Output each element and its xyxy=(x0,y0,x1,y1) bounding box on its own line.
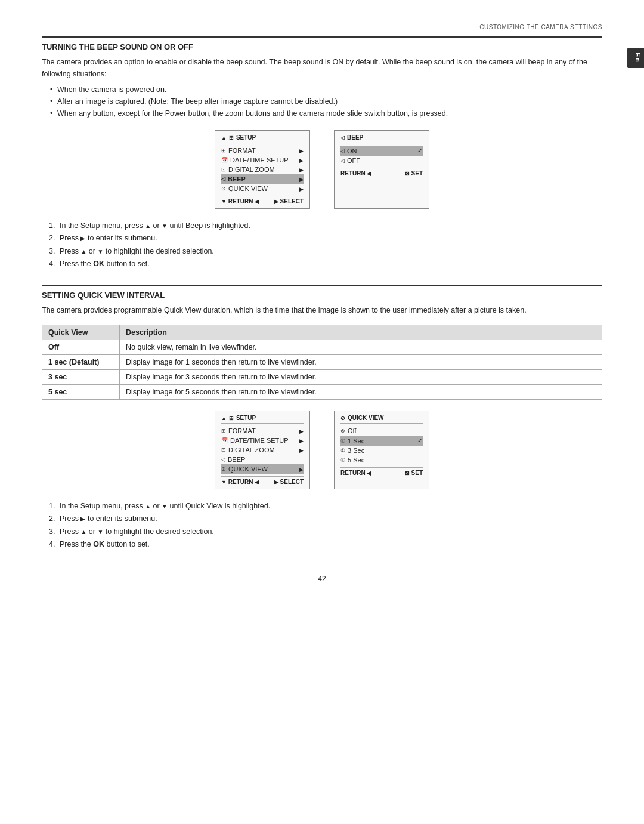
arrow-right-icon xyxy=(299,147,304,154)
qv-1sec-item: ① 1 Sec ✓ xyxy=(340,436,423,446)
left-arrow-icon xyxy=(367,170,371,177)
arrow-right-icon xyxy=(299,427,304,434)
qv-description: Display image for 3 seconds then return … xyxy=(120,370,602,385)
bullet-item: When the camera is powered on. xyxy=(51,84,602,95)
table-row: 5 sec Display image for 5 seconds then r… xyxy=(42,385,602,400)
step-item: Press the OK button to set. xyxy=(57,538,602,551)
quickview-menus: ▲ ⊞ SETUP ⊞ FORMAT 📅 DATE/TIME SETUP ⊡ D… xyxy=(42,411,602,489)
arrow-right-icon xyxy=(299,446,304,453)
beep-setup-menu: ▲ ⊞ SETUP ⊞ FORMAT 📅 DATE/TIME SETUP ⊡ D… xyxy=(215,130,310,209)
down-arrow-icon xyxy=(221,198,227,205)
menu-item-dzoom2: ⊡ DIGITAL ZOOM xyxy=(221,445,304,455)
qv-description: Display image for 5 seconds then return … xyxy=(120,385,602,400)
quickview-table: Quick View Description Off No quick view… xyxy=(42,325,602,400)
section1-bullets: When the camera is powered on. After an … xyxy=(51,84,602,119)
qv-steps: In the Setup menu, press ▲ or ▼ until Qu… xyxy=(57,500,602,551)
page-number: 42 xyxy=(42,575,602,583)
return-label: RETURN xyxy=(340,170,371,177)
col-quickview: Quick View xyxy=(42,325,120,340)
setup-menu-title2: ▲ ⊞ SETUP xyxy=(221,415,304,424)
col-description: Description xyxy=(120,325,602,340)
section-beep: TURNING THE BEEP SOUND ON OR OFF The cam… xyxy=(42,36,602,270)
header-bar: CUSTOMIZING THE CAMERA SETTINGS xyxy=(42,24,602,30)
qv-value: 5 sec xyxy=(42,385,120,400)
qv-description: No quick view, remain in live viewfinder… xyxy=(120,340,602,355)
left-arrow-icon xyxy=(255,198,259,205)
menu-item-qv2: ⊙ QUICK VIEW xyxy=(221,464,304,474)
qv-3sec-item: ① 3 Sec xyxy=(340,446,423,455)
menu-up-arrow: ▲ xyxy=(221,135,227,141)
select-label: SELECT xyxy=(274,198,304,205)
qv-menu-title: ⊙ QUICK VIEW xyxy=(340,415,423,424)
right-arrow-icon xyxy=(274,479,278,485)
table-row: 3 sec Display image for 3 seconds then r… xyxy=(42,370,602,385)
beep-off-item: ◁ OFF xyxy=(340,156,423,165)
bullet-item: When any button, except for the Power bu… xyxy=(51,107,602,119)
bullet-item: After an image is captured. (Note: The b… xyxy=(51,95,602,107)
right-arrow-icon xyxy=(274,198,278,205)
qv-submenu: ⊙ QUICK VIEW ⊗ Off ① 1 Sec ✓ ① 3 Sec ① 5… xyxy=(334,411,429,489)
section2-divider xyxy=(42,285,602,286)
section1-title: TURNING THE BEEP SOUND ON OR OFF xyxy=(42,42,602,51)
menu-item-quickview: ⊙ QUICK VIEW xyxy=(221,184,304,193)
return-label: RETURN xyxy=(221,198,259,205)
beep-on-item: ◁ ON ✓ xyxy=(340,146,423,156)
beep-submenu: ◁ BEEP ◁ ON ✓ ◁ OFF RETURN ⊠ xyxy=(334,130,429,209)
menu-item-digital-zoom: ⊡ DIGITAL ZOOM xyxy=(221,165,304,174)
step-item: Press ▲ or ▼ to highlight the desired se… xyxy=(57,245,602,258)
section2-title: SETTING QUICK VIEW INTERVAL xyxy=(42,291,602,300)
beep-menu-footer: RETURN ⊠ SET xyxy=(340,168,423,177)
menu-item-format: ⊞ FORMAT xyxy=(221,146,304,155)
check-icon2: ✓ xyxy=(417,437,423,445)
beep-menu-title: ◁ BEEP xyxy=(340,134,423,143)
return-label3: RETURN xyxy=(340,470,371,476)
setup-menu-title: ▲ ⊞ SETUP xyxy=(221,134,304,143)
step-item: Press ▶ to enter its submenu. xyxy=(57,232,602,245)
qv-5sec-item: ① 5 Sec xyxy=(340,455,423,465)
qv-value: 3 sec xyxy=(42,370,120,385)
beep-menus: ▲ ⊞ SETUP ⊞ FORMAT 📅 DATE/TIME SETUP ⊡ D… xyxy=(42,130,602,209)
step-item: In the Setup menu, press ▲ or ▼ until Be… xyxy=(57,220,602,232)
qv-value: Off xyxy=(42,340,120,355)
step-item: Press ▶ to enter its submenu. xyxy=(57,513,602,525)
arrow-right-icon xyxy=(299,437,304,444)
en-tab: En xyxy=(627,48,644,68)
section2-intro: The camera provides programmable Quick V… xyxy=(42,304,602,316)
select-label2: SELECT xyxy=(274,479,304,485)
left-arrow-icon xyxy=(255,479,259,485)
qv-description: Display image for 1 seconds then return … xyxy=(120,355,602,370)
qv-value: 1 sec (Default) xyxy=(42,355,120,370)
left-arrow-icon xyxy=(367,470,371,476)
check-icon: ✓ xyxy=(417,147,423,155)
arrow-right-icon xyxy=(299,185,304,192)
menu-item-datetime: 📅 DATE/TIME SETUP xyxy=(221,155,304,165)
return-label2: RETURN xyxy=(221,479,259,485)
table-row: Off No quick view, remain in live viewfi… xyxy=(42,340,602,355)
menu-item-datetime2: 📅 DATE/TIME SETUP xyxy=(221,436,304,445)
step-item: In the Setup menu, press ▲ or ▼ until Qu… xyxy=(57,500,602,513)
qv-setup-menu: ▲ ⊞ SETUP ⊞ FORMAT 📅 DATE/TIME SETUP ⊡ D… xyxy=(215,411,310,489)
beep-steps: In the Setup menu, press ▲ or ▼ until Be… xyxy=(57,220,602,270)
section-quickview: SETTING QUICK VIEW INTERVAL The camera p… xyxy=(42,285,602,551)
section1-divider xyxy=(42,36,602,38)
set-label: ⊠ SET xyxy=(405,170,423,177)
header-text: CUSTOMIZING THE CAMERA SETTINGS xyxy=(479,24,602,30)
arrow-right-icon xyxy=(299,166,304,173)
setup-menu-footer2: RETURN SELECT xyxy=(221,476,304,485)
table-row: 1 sec (Default) Display image for 1 seco… xyxy=(42,355,602,370)
set-label2: ⊠ SET xyxy=(405,470,423,476)
table-header-row: Quick View Description xyxy=(42,325,602,340)
menu-item-beep2: ◁ BEEP xyxy=(221,455,304,464)
qv-menu-footer: RETURN ⊠ SET xyxy=(340,467,423,476)
step-item: Press the OK button to set. xyxy=(57,258,602,270)
qv-off-item: ⊗ Off xyxy=(340,426,423,436)
arrow-right-icon xyxy=(299,156,304,163)
down-arrow-icon xyxy=(221,479,227,485)
menu-item-beep: ◁ BEEP xyxy=(221,174,304,184)
menu-item-format2: ⊞ FORMAT xyxy=(221,426,304,436)
page: CUSTOMIZING THE CAMERA SETTINGS En TURNI… xyxy=(0,0,644,824)
arrow-right-icon xyxy=(299,175,304,183)
setup-menu-footer: RETURN SELECT xyxy=(221,196,304,205)
arrow-right-icon xyxy=(299,465,304,473)
step-item: Press ▲ or ▼ to highlight the desired se… xyxy=(57,526,602,538)
